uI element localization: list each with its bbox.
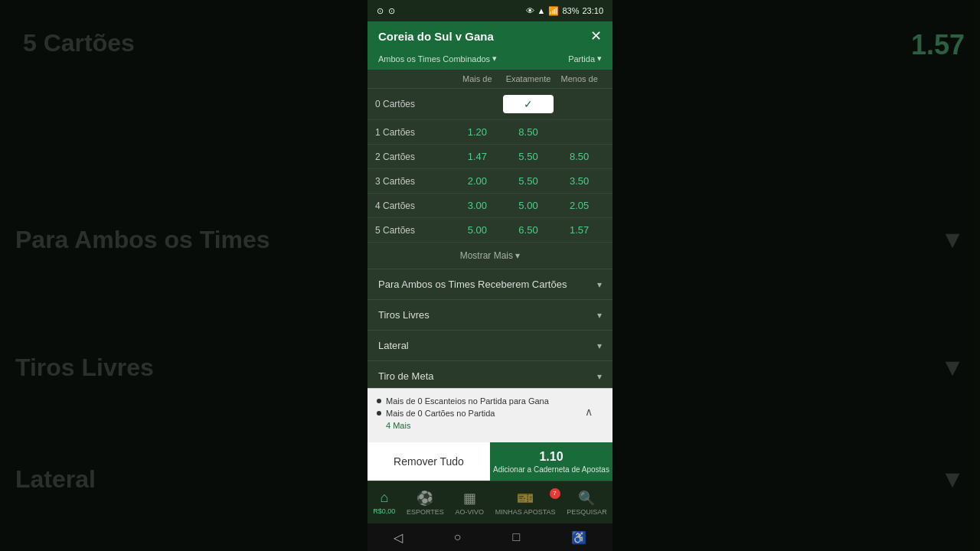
col-header-empty: [375, 74, 452, 83]
bet-item-1: Mais de 0 Escanteios no Partida para Gan…: [377, 396, 603, 406]
cards-table: Mais de Exatamente Menos de 0 Cartões ✓ …: [368, 70, 612, 269]
modal: ⊙ ⊙ 👁 ▲ 📶 83% 23:10 Coreia do Sul v Gana…: [368, 0, 612, 551]
section-lateral-label: Lateral: [378, 340, 409, 351]
sub-tab-right-chevron: ▾: [597, 54, 602, 64]
clock: 23:10: [582, 6, 603, 15]
table-row: 5 Cartões 5.00 6.50 1.57: [368, 218, 612, 243]
home-icon: ⌂: [380, 490, 388, 506]
bet-item-2: Mais de 0 Cartões no Partida: [377, 409, 603, 418]
nav-item-minhas-apostas[interactable]: 🎫 7 MINHAS APOSTAS: [495, 490, 556, 516]
modal-title: Coreia do Sul v Gana: [378, 30, 494, 43]
row-mais-de-4[interactable]: 3.00: [452, 200, 503, 211]
close-button[interactable]: ✕: [590, 29, 602, 43]
bet-slip-inner: Mais de 0 Escanteios no Partida para Gan…: [377, 396, 603, 430]
show-more-button[interactable]: Mostrar Mais ▾: [368, 243, 612, 269]
bg-num3: ▼: [940, 354, 965, 382]
status-left-icons: ⊙ ⊙: [377, 6, 395, 16]
action-bar: Remover Tudo 1.10 Adicionar a Caderneta …: [368, 442, 612, 481]
nav-item-pesquisar[interactable]: 🔍 PESQUISAR: [567, 490, 607, 516]
sub-tab-combined-label: Ambos os Times Combinados: [378, 54, 490, 64]
search-icon: 🔍: [578, 490, 595, 507]
bg-tiros-label: Tiros Livres: [15, 354, 154, 382]
chevron-down-icon: ▾: [597, 279, 602, 290]
row-menos-de-5[interactable]: 1.57: [554, 224, 605, 236]
status-bar: ⊙ ⊙ 👁 ▲ 📶 83% 23:10: [368, 0, 612, 21]
row-mais-de-3[interactable]: 2.00: [452, 175, 503, 187]
chevron-up-icon[interactable]: ∧: [585, 406, 593, 418]
live-icon: ▦: [463, 490, 476, 507]
nav-pesquisar-label: PESQUISAR: [567, 508, 607, 516]
section-lateral[interactable]: Lateral ▾: [368, 331, 612, 361]
row-mais-de-1[interactable]: 1.20: [452, 126, 503, 138]
android-back-button[interactable]: ◁: [394, 530, 403, 545]
sub-tab-combined[interactable]: Ambos os Times Combinados ▾: [378, 54, 497, 64]
bet-more-label[interactable]: 4 Mais: [386, 421, 603, 430]
nav-minhas-apostas-label: MINHAS APOSTAS: [495, 508, 556, 516]
modal-header: Coreia do Sul v Gana ✕: [368, 21, 612, 51]
bets-badge: 7: [550, 488, 560, 499]
nav-esportes-label: ESPORTES: [407, 508, 444, 516]
row-mais-de-5[interactable]: 5.00: [452, 224, 503, 236]
table-row: 0 Cartões ✓: [368, 89, 612, 120]
bg-num4: ▼: [940, 465, 965, 494]
col-header-menos-de: Menos de: [554, 74, 605, 83]
nav-ao-vivo-label: AO-VIVO: [455, 508, 484, 516]
row-menos-de-2[interactable]: 8.50: [554, 151, 605, 162]
row-label-4: 4 Cartões: [375, 201, 452, 211]
row-exatamente-5[interactable]: 6.50: [503, 224, 554, 236]
bg-cartoes-label: 5 Cartões: [23, 29, 135, 57]
row-menos-de-4[interactable]: 2.05: [554, 200, 605, 211]
row-exatamente-1[interactable]: 8.50: [503, 126, 554, 138]
sub-tab-chevron: ▾: [492, 54, 497, 64]
row-mais-de-2[interactable]: 1.47: [452, 151, 503, 162]
bg-num2: ▼: [940, 226, 965, 254]
row-label-5: 5 Cartões: [375, 225, 452, 236]
android-nav: ◁ ○ □ ♿: [368, 523, 612, 551]
col-header-mais-de: Mais de: [452, 74, 503, 83]
bg-num1: 1.57: [911, 29, 965, 61]
section-tiros-livres-label: Tiros Livres: [378, 309, 430, 321]
row-exatamente-4[interactable]: 5.00: [503, 200, 554, 211]
bets-icon: 🎫: [517, 490, 534, 507]
checkmark-icon: ✓: [524, 98, 533, 110]
status-icon-2: ⊙: [388, 6, 395, 16]
section-tiro-meta[interactable]: Tiro de Meta ▾: [368, 361, 612, 388]
row-label-1: 1 Cartões: [375, 127, 452, 138]
add-odds-value: 1.10: [539, 450, 563, 464]
remove-all-button[interactable]: Remover Tudo: [368, 442, 490, 481]
table-row: 2 Cartões 1.47 5.50 8.50: [368, 145, 612, 169]
bet-dot-1: [377, 399, 381, 403]
add-to-slip-button[interactable]: 1.10 Adicionar a Caderneta de Apostas: [490, 442, 612, 481]
bet-dot-2: [377, 411, 381, 416]
sub-header: Ambos os Times Combinados ▾ Partida ▾: [368, 51, 612, 70]
col-header-exatamente: Exatamente: [503, 74, 554, 83]
sub-tab-partida[interactable]: Partida ▾: [568, 54, 602, 64]
chevron-down-icon: ▾: [597, 341, 602, 351]
nav-item-esportes[interactable]: ⚽ ESPORTES: [407, 490, 444, 516]
sub-tab-partida-label: Partida: [568, 54, 595, 64]
section-tiros-livres[interactable]: Tiros Livres ▾: [368, 300, 612, 331]
section-para-ambos-cartoes[interactable]: Para Ambos os Times Receberem Cartões ▾: [368, 269, 612, 300]
nav-item-home[interactable]: ⌂ R$0,00: [373, 490, 395, 515]
status-right: 👁 ▲ 📶 83% 23:10: [526, 6, 603, 16]
row-menos-de-3[interactable]: 3.50: [554, 175, 605, 187]
chevron-down-icon: ▾: [597, 371, 602, 382]
row-exatamente-2[interactable]: 5.50: [503, 151, 554, 162]
chevron-down-icon: ▾: [597, 310, 602, 321]
bg-para-ambos-label: Para Ambos os Times: [15, 226, 270, 254]
nav-item-ao-vivo[interactable]: ▦ AO-VIVO: [455, 490, 484, 516]
row-exatamente-0[interactable]: ✓: [503, 95, 554, 113]
status-icon-1: ⊙: [377, 6, 384, 16]
battery-percent: 83%: [562, 6, 579, 15]
eye-icon: 👁: [526, 6, 534, 15]
modal-content: Mais de Exatamente Menos de 0 Cartões ✓ …: [368, 70, 612, 388]
android-home-button[interactable]: ○: [454, 530, 462, 544]
show-more-chevron-icon: ▾: [515, 250, 520, 261]
signal-icon: 📶: [548, 6, 559, 16]
android-recent-button[interactable]: □: [513, 530, 521, 544]
column-headers: Mais de Exatamente Menos de: [368, 70, 612, 89]
bottom-nav: ⌂ R$0,00 ⚽ ESPORTES ▦ AO-VIVO 🎫 7 MINHAS…: [368, 481, 612, 523]
nav-home-label: R$0,00: [373, 507, 395, 515]
row-exatamente-3[interactable]: 5.50: [503, 175, 554, 187]
android-accessibility-button[interactable]: ♿: [571, 530, 586, 545]
